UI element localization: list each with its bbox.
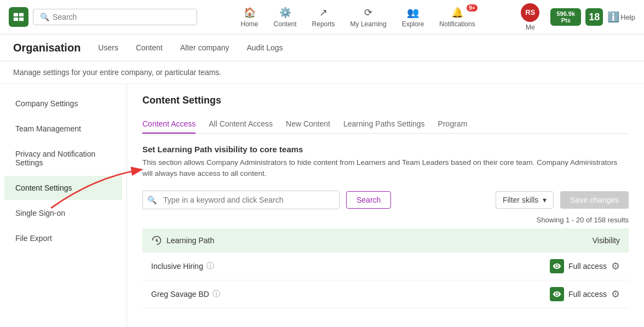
sub-nav-title: Organisation [13, 42, 81, 54]
tab-new-content[interactable]: New Content [286, 115, 330, 134]
global-search-box[interactable]: 🔍 [33, 9, 197, 25]
nav-my-learning[interactable]: ⟳ My Learning [344, 3, 393, 31]
subnav-content[interactable]: Content [136, 41, 163, 54]
avatar[interactable]: RS [521, 3, 539, 22]
nav-notifications[interactable]: 🔔 9+ Notifications [433, 3, 481, 31]
table-header: Learning Path Visibility [142, 228, 629, 253]
filter-skills-dropdown[interactable]: Filter skills ▾ [496, 191, 554, 209]
col-lp-label: Learning Path [166, 236, 214, 245]
tab-content-access[interactable]: Content Access [142, 115, 196, 134]
home-icon: 🏠 [244, 7, 256, 19]
row2-vis-icon [550, 287, 564, 301]
reports-icon: ↗ [319, 7, 327, 19]
tab-program[interactable]: Program [438, 115, 468, 134]
subnav-users[interactable]: Users [98, 41, 118, 54]
svg-rect-0 [14, 13, 18, 16]
table-row: Greg Savage BD ⓘ Full access ⚙ [142, 280, 629, 308]
nav-content-label: Content [274, 20, 297, 28]
content-tabs: Content Access All Content Access New Co… [142, 115, 629, 134]
search-button[interactable]: Search [346, 191, 391, 209]
svg-rect-1 [19, 13, 24, 16]
nav-reports[interactable]: ↗ Reports [306, 3, 342, 31]
subnav-audit-logs[interactable]: Audit Logs [246, 41, 283, 54]
pts-label: Pts [561, 17, 571, 24]
filter-chevron-icon: ▾ [543, 196, 547, 204]
keyword-search-icon: 🔍 [143, 196, 161, 204]
search-icon: 🔍 [40, 13, 49, 21]
logo[interactable] [9, 7, 28, 27]
notifications-icon: 🔔 [451, 7, 463, 19]
top-nav: 🔍 🏠 Home ⚙️ Content ↗ Reports ⟳ My Learn… [0, 0, 644, 35]
results-count: Showing 1 - 20 of 158 results [142, 216, 629, 224]
search-row: 🔍 Search Filter skills ▾ Save changes [142, 191, 629, 209]
nav-explore[interactable]: 👥 Explore [395, 3, 431, 31]
explore-icon: 👥 [407, 7, 419, 19]
svg-rect-3 [19, 18, 24, 21]
keyword-search-input[interactable] [161, 191, 339, 209]
set-title: Set Learning Path visibility to core tea… [142, 145, 629, 154]
row2-info-icon[interactable]: ⓘ [212, 289, 220, 299]
table-body: Inclusive Hiring ⓘ Full access ⚙ [142, 253, 629, 308]
pts-value: 596.9k [556, 10, 575, 17]
nav-items: 🏠 Home ⚙️ Content ↗ Reports ⟳ My Learnin… [206, 3, 510, 31]
row1-vis-icon [550, 259, 564, 273]
row2-name-cell: Greg Savage BD ⓘ [142, 280, 384, 308]
pts-number-badge: 18 [585, 8, 603, 26]
search-input[interactable] [53, 13, 190, 21]
sidebar-item-team-management[interactable]: Team Management [4, 117, 122, 141]
tab-all-content-access[interactable]: All Content Access [209, 115, 273, 134]
row2-gear-icon[interactable]: ⚙ [611, 288, 620, 300]
col-learning-path: Learning Path [142, 228, 384, 253]
help-icon: ℹ️ [607, 11, 619, 23]
help-button[interactable]: ℹ️ Help [607, 11, 635, 23]
page-description: Manage settings for your entire company,… [0, 61, 644, 84]
nav-content[interactable]: ⚙️ Content [267, 3, 303, 31]
subnav-alter-company[interactable]: Alter company [180, 41, 229, 54]
set-desc: This section allows Company Administrato… [142, 157, 629, 180]
sub-nav: Organisation Users Content Alter company… [0, 35, 644, 61]
my-learning-icon: ⟳ [364, 7, 372, 19]
row2-visibility-label: Full access [568, 290, 607, 299]
sidebar-item-single-sign-on[interactable]: Single Sign-on [4, 201, 122, 225]
sidebar: Company Settings Team Management Privacy… [0, 84, 127, 327]
nav-me[interactable]: RS Me [514, 0, 546, 35]
nav-my-learning-label: My Learning [350, 20, 387, 28]
sidebar-item-file-export[interactable]: File Export [4, 226, 122, 250]
col-visibility: Visibility [384, 228, 629, 253]
svg-rect-2 [14, 18, 18, 21]
row1-name-cell: Inclusive Hiring ⓘ [142, 253, 384, 280]
section-title: Content Settings [142, 95, 629, 106]
page-body: Company Settings Team Management Privacy… [0, 84, 644, 327]
learning-path-icon [151, 235, 162, 246]
nav-home-label: Home [241, 20, 258, 28]
nav-home[interactable]: 🏠 Home [234, 3, 265, 31]
notifications-badge: 9+ [467, 4, 477, 12]
row1-visibility-label: Full access [568, 262, 607, 271]
nav-reports-label: Reports [312, 20, 335, 28]
filter-skills-label: Filter skills [503, 196, 538, 204]
main-content: Content Settings Content Access All Cont… [127, 84, 644, 327]
help-label: Help [620, 13, 635, 21]
row2-visibility-cell: Full access ⚙ [384, 280, 629, 308]
nav-notifications-label: Notifications [439, 20, 475, 28]
keyword-search-wrapper: 🔍 [142, 191, 340, 209]
pts-badge: 596.9k Pts [550, 8, 581, 26]
nav-explore-label: Explore [402, 20, 424, 28]
sidebar-item-company-settings[interactable]: Company Settings [4, 91, 122, 116]
content-icon: ⚙️ [279, 7, 291, 19]
row1-visibility-cell: Full access ⚙ [384, 253, 629, 280]
sidebar-item-content-settings[interactable]: Content Settings [4, 176, 122, 200]
row2-name: Greg Savage BD [151, 290, 209, 299]
sidebar-item-privacy-notification[interactable]: Privacy and Notification Settings [4, 142, 122, 175]
row1-info-icon[interactable]: ⓘ [206, 261, 214, 271]
row1-gear-icon[interactable]: ⚙ [611, 260, 620, 272]
table-row: Inclusive Hiring ⓘ Full access ⚙ [142, 253, 629, 280]
svg-point-4 [156, 240, 157, 241]
nav-right: RS Me 596.9k Pts 18 ℹ️ Help [514, 0, 635, 35]
tab-learning-paths-settings[interactable]: Learning Paths Settings [343, 115, 425, 134]
save-changes-button[interactable]: Save changes [560, 191, 629, 209]
row1-name: Inclusive Hiring [151, 262, 203, 271]
content-table: Learning Path Visibility Inclusive Hirin… [142, 228, 629, 308]
me-label: Me [526, 24, 535, 31]
desc-section: Set Learning Path visibility to core tea… [142, 145, 629, 180]
